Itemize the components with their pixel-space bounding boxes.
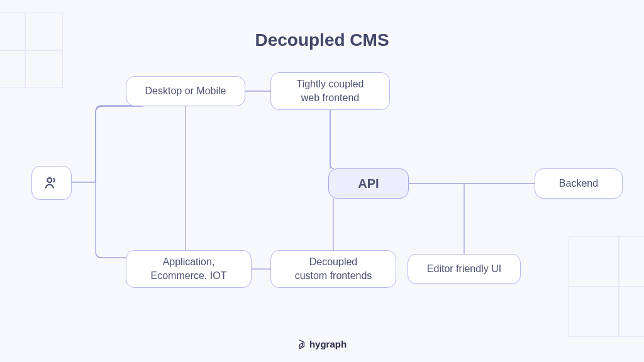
svg-point-0 bbox=[47, 178, 52, 182]
node-label: API bbox=[358, 175, 379, 192]
editor-ui-node: Editor friendly UI bbox=[408, 254, 521, 284]
application-node: Application, Ecommerce, IOT bbox=[126, 250, 252, 288]
brand-footer: hygraph bbox=[0, 339, 644, 349]
node-label: Decoupled custom frontends bbox=[295, 255, 372, 282]
backend-node: Backend bbox=[535, 168, 623, 199]
hygraph-logo-icon bbox=[297, 339, 306, 349]
node-label: Backend bbox=[559, 177, 598, 190]
desktop-mobile-node: Desktop or Mobile bbox=[126, 76, 245, 106]
api-node: API bbox=[328, 168, 409, 199]
node-label: Tightly coupled web frontend bbox=[296, 77, 364, 104]
node-label: Application, Ecommerce, IOT bbox=[151, 255, 227, 282]
decorative-grid-bottom-right bbox=[569, 236, 644, 337]
user-node bbox=[31, 166, 72, 200]
node-label: Editor friendly UI bbox=[427, 262, 501, 276]
brand-label: hygraph bbox=[309, 339, 347, 349]
tightly-coupled-node: Tightly coupled web frontend bbox=[270, 72, 390, 110]
diagram-title: Decoupled CMS bbox=[0, 30, 644, 50]
decorative-grid-top-left bbox=[0, 13, 63, 88]
users-icon bbox=[43, 175, 60, 191]
decoupled-frontends-node: Decoupled custom frontends bbox=[270, 250, 396, 288]
node-label: Desktop or Mobile bbox=[145, 84, 226, 98]
